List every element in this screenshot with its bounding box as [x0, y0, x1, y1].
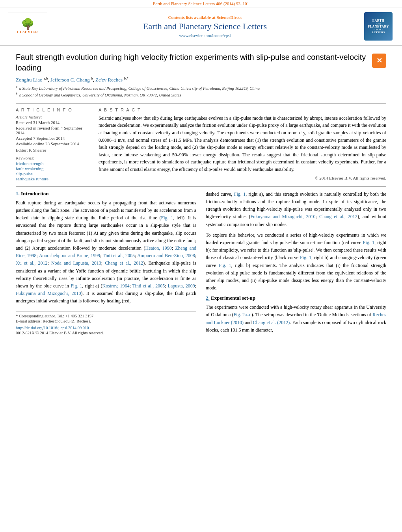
- footnote-area: * Corresponding author. Tel.: +1 405 321…: [16, 311, 196, 323]
- lapusta-ref[interactable]: Lapusta, 2009: [168, 283, 195, 289]
- header-section: 🌳 ELSEVIER Contents lists available at S…: [0, 7, 402, 46]
- intro-para-1: Fault rupture during an earthquake occur…: [16, 199, 196, 305]
- fukuyama-ref[interactable]: Fukuyama and Mizoguchi, 2010: [16, 291, 81, 296]
- abstract-text: Seismic analyses show that slip during l…: [99, 115, 386, 173]
- author-jefferson: Jefferson C. Chang: [50, 77, 90, 83]
- info-abstract-section: A R T I C L E I N F O Article history: R…: [16, 103, 386, 182]
- ampuero-ref[interactable]: Ampuero and Ben-Zion, 2008: [137, 253, 195, 258]
- article-title-area: Fault strength evolution during high vel…: [16, 52, 386, 73]
- keyword-0: friction strength: [16, 161, 91, 166]
- issn-text: 0012-821X/© 2014 Elsevier B.V. All right…: [16, 331, 196, 335]
- keyword-3: earthquake rupture: [16, 176, 91, 181]
- heaton-ref[interactable]: Heaton, 1990: [145, 245, 172, 251]
- intro-para-3: To explore this behavior, we conducted a…: [206, 232, 386, 292]
- elsevier-wordmark: ELSEVIER: [17, 30, 38, 34]
- abstract-header: A B S T R A C T: [99, 108, 386, 112]
- intro-number: 1.: [16, 191, 20, 196]
- article-main: Fault strength evolution during high vel…: [0, 46, 402, 343]
- doi-link[interactable]: http://dx.doi.org/10.1016/j.epsl.2014.09…: [16, 326, 196, 330]
- elsevier-tree-icon: 🌳: [21, 19, 35, 30]
- keyword-1: fault weakening: [16, 166, 91, 171]
- sciencedirect-link[interactable]: ScienceDirect: [216, 15, 242, 20]
- intro-label: Introduction: [21, 191, 49, 196]
- received-revised-date: Received in revised form 4 September 201…: [16, 126, 91, 135]
- footnote-email: E-mail address: Reches@ou.edu (Z. Reches…: [16, 319, 196, 323]
- received-date: Received 31 March 2014: [16, 120, 91, 125]
- affil-b: b b School of Geology and Geophysics, Un…: [16, 92, 386, 98]
- affiliations: a a State Key Laboratory of Petroleum Re…: [16, 85, 386, 98]
- intro-para-2: dashed curve, Fig. 1, right a), and this…: [206, 191, 386, 228]
- article-info-col: A R T I C L E I N F O Article history: R…: [16, 108, 91, 182]
- fig1-ref-b1[interactable]: Fig. 1: [363, 240, 374, 245]
- xu-ref[interactable]: Xu et al., 2012: [16, 260, 47, 266]
- elsevier-logo: 🌳 ELSEVIER: [8, 13, 47, 40]
- tinti-ref[interactable]: Tinti et al., 2005: [103, 253, 135, 258]
- tinti2-ref[interactable]: Tinti et al., 2005: [132, 283, 165, 289]
- crossmark-badge: ✕: [372, 54, 386, 68]
- chang2-ref[interactable]: Chang et al., 2012: [319, 214, 357, 219]
- fig1-ref-b2[interactable]: Fig. 1: [300, 255, 311, 260]
- chang3-ref[interactable]: Chang et al. (2012): [253, 320, 290, 325]
- journal-ref-bar: Earth and Planetary Science Letters 406 …: [0, 0, 402, 7]
- history-label: Article history:: [16, 115, 91, 119]
- doi-area: http://dx.doi.org/10.1016/j.epsl.2014.09…: [16, 326, 196, 335]
- exp-title: 2. Experimental set-up: [206, 295, 386, 301]
- earth-journal-logo: EARTH AND PLANETARY SCIENCE LETTERS: [364, 12, 393, 41]
- fig1-ref-a[interactable]: Fig. 1: [71, 283, 82, 289]
- noda-ref[interactable]: Noda and Lapusta, 2013: [51, 260, 101, 266]
- body-columns: 1. Introduction Fault rupture during an …: [16, 191, 386, 337]
- keyword-2: slip-pulse: [16, 171, 91, 176]
- editor-info: Editor: P. Shearer: [16, 148, 91, 152]
- author-zeev: Ze'ev Reches: [95, 77, 123, 83]
- section-divider: [16, 186, 386, 187]
- exp-label: Experimental set-up: [211, 295, 255, 301]
- fukuyama2-ref[interactable]: Fukuyama and Mizoguchi, 2010: [250, 214, 315, 219]
- authors-line: Zonghu Liao a,b, Jefferson C. Chang b, Z…: [16, 76, 386, 83]
- fig1-ref-left[interactable]: Fig. 1: [161, 215, 173, 221]
- chang-ref[interactable]: Chang et al., 2012: [105, 260, 143, 266]
- anooshehpoor-ref[interactable]: Anooshehpoor and Brune, 1999: [39, 253, 100, 258]
- affil-a: a a State Key Laboratory of Petroleum Re…: [16, 85, 386, 91]
- kostrov-ref[interactable]: Kostrov, 1964: [102, 283, 129, 289]
- contents-available: Contents lists available at ScienceDirec…: [47, 15, 363, 20]
- body-right-col: dashed curve, Fig. 1, right a), and this…: [206, 191, 386, 337]
- keywords-label: Keywords:: [16, 156, 91, 160]
- accepted-date: Accepted 7 September 2014: [16, 136, 91, 141]
- abstract-col: A B S T R A C T Seismic analyses show th…: [99, 108, 386, 182]
- author-zonghu: Zonghu Liao: [16, 77, 43, 83]
- fig1-ref-a2[interactable]: Fig. 1: [234, 191, 246, 197]
- fig2-ref[interactable]: Fig. 2a–c: [234, 312, 251, 317]
- intro-title: 1. Introduction: [16, 191, 196, 197]
- footnote-corresponding: * Corresponding author. Tel.: +1 405 321…: [16, 314, 196, 318]
- abstract-copyright: © 2014 Elsevier B.V. All rights reserved…: [99, 176, 386, 180]
- body-left-col: 1. Introduction Fault rupture during an …: [16, 191, 196, 337]
- exp-number: 2.: [206, 295, 210, 301]
- journal-title: Earth and Planetary Science Letters: [47, 21, 363, 32]
- fig1-ref-b3[interactable]: Fig. 1: [219, 263, 231, 268]
- reches-lockner-ref[interactable]: Reches and Lockner (2010): [206, 312, 386, 325]
- available-date: Available online 28 September 2014: [16, 141, 91, 146]
- earth-logo: EARTH AND PLANETARY SCIENCE LETTERS: [363, 11, 394, 42]
- article-title: Fault strength evolution during high vel…: [16, 52, 368, 73]
- article-info-header: A R T I C L E I N F O: [16, 108, 91, 112]
- header-center: Contents lists available at ScienceDirec…: [47, 15, 363, 38]
- exp-para-1: The experiments were conducted with a hi…: [206, 304, 386, 334]
- journal-url[interactable]: www.elsevier.com/locate/epsl: [47, 33, 363, 38]
